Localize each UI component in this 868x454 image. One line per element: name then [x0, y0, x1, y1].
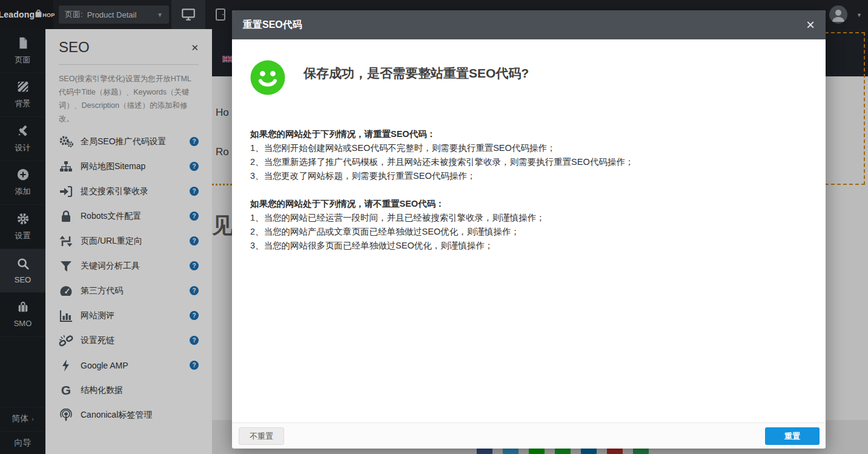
section-line: 2、当您的网站产品或文章页面已经单独做过SEO优化，则谨慎操作； — [250, 225, 801, 239]
modal-text: 如果您的网站处于下列情况，请重置SEO代码： 1、当您刚开始创建网站或SEO代码… — [250, 127, 801, 253]
modal-body: 保存成功，是否需要整站重置SEO代码? 如果您的网站处于下列情况，请重置SEO代… — [232, 39, 826, 422]
modal-title: 重置SEO代码 — [243, 19, 302, 32]
section-line: 2、当您重新选择了推广代码模板，并且网站还未被搜索引擎收录，则需要执行重置SEO… — [250, 155, 801, 169]
spacer — [250, 183, 801, 197]
modal-heading: 保存成功，是否需要整站重置SEO代码? — [303, 65, 529, 82]
reset-button[interactable]: 重置 — [765, 427, 820, 445]
section-title: 如果您的网站处于下列情况，请重置SEO代码： — [250, 127, 801, 141]
section-line: 1、当您的网站已经运营一段时间，并且已经被搜索引擎收录，则谨慎操作； — [250, 211, 801, 225]
section-title: 如果您的网站处于下列情况，请不重置SEO代码： — [250, 197, 801, 211]
modal-header: 重置SEO代码 × — [232, 10, 826, 39]
close-icon[interactable]: × — [806, 18, 815, 32]
reset-seo-modal: 重置SEO代码 × 保存成功，是否需要整站重置SEO代码? 如果您的网站处于下列… — [232, 10, 826, 449]
section-line: 3、当您的网站很多页面已经单独做过SEO优化，则谨慎操作； — [250, 239, 801, 253]
section-line: 3、当您更改了网站标题，则需要执行重置SEO代码操作； — [250, 169, 801, 183]
section-line: 1、当您刚开始创建网站或SEO代码不完整时，则需要执行重置SEO代码操作； — [250, 141, 801, 155]
modal-footer: 不重置 重置 — [232, 422, 826, 449]
smiley-success-icon — [250, 60, 285, 98]
no-reset-button[interactable]: 不重置 — [239, 427, 284, 445]
